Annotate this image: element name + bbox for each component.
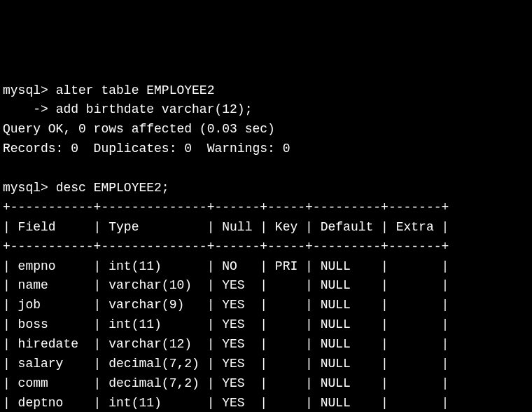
table-row: | deptno | int(11) | YES | | NULL | | [3,394,529,412]
table-row: | comm | decimal(7,2) | YES | | NULL | | [3,374,529,394]
table-border-mid: +-----------+--------------+------+-----… [3,238,529,257]
prompt: mysql> [3,181,56,195]
table-row: | empno | int(11) | NO | PRI | NULL | | [3,257,529,277]
result-line-2: Records: 0 Duplicates: 0 Warnings: 0 [3,139,529,159]
table-row: | name | varchar(10) | YES | | NULL | | [3,276,529,296]
sql-command-part1: alter table EMPLOYEE2 [56,83,215,97]
result-line-1: Query OK, 0 rows affected (0.03 sec) [3,120,529,139]
blank-line [3,159,529,179]
table-header: | Field | Type | Null | Key | Default | … [3,218,529,238]
table-row: | job | varchar(9) | YES | | NULL | | [3,296,529,315]
sql-command-part2: add birthdate varchar(12); [56,102,253,116]
sql-command-desc: desc EMPLOYEE2; [56,181,169,195]
cmd-line-3: mysql> desc EMPLOYEE2; [3,179,529,198]
table-row: | hiredate | varchar(12) | YES | | NULL … [3,335,529,355]
prompt: mysql> [3,83,56,97]
prompt-cont: -> [3,102,56,116]
cmd-line-2: -> add birthdate varchar(12); [3,100,529,120]
cmd-line-1: mysql> alter table EMPLOYEE2 [3,81,529,101]
table-row: | boss | int(11) | YES | | NULL | | [3,315,529,335]
table-row: | salary | decimal(7,2) | YES | | NULL |… [3,355,529,374]
table-border-top: +-----------+--------------+------+-----… [3,198,529,218]
